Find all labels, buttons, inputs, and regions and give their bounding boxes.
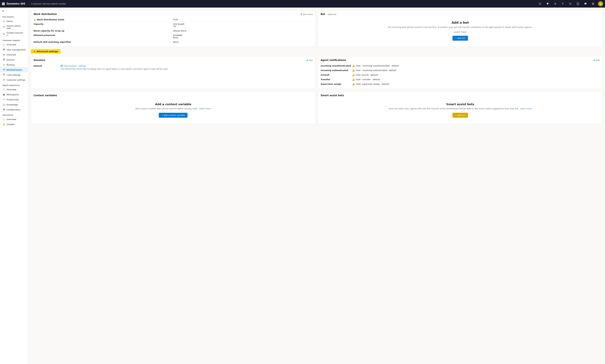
bot-title: Add a bot	[323, 21, 597, 25]
sidebar-item-insights[interactable]: 💡 Insights	[0, 122, 28, 127]
info-label-1: Capacity	[34, 23, 173, 25]
work-distribution-panel: Work distribution See more 🔒	[31, 10, 316, 47]
svg-point-32	[3, 109, 4, 109]
svg-point-16	[570, 3, 571, 4]
agent-notif-edit-link[interactable]: Edit	[593, 59, 600, 61]
context-variables-empty-desc: Add custom context that can be used to d…	[36, 107, 310, 110]
sidebar-item-overview-ae[interactable]: ○ Overview	[0, 87, 28, 92]
sidebar-toggle[interactable]: ≡	[0, 8, 28, 14]
notif-label-2: Consult	[321, 74, 352, 76]
sidebar-item-overview-cs[interactable]: ○ Overview	[0, 42, 28, 47]
sidebar-item-workspaces[interactable]: ▣ Workspaces	[0, 92, 28, 97]
sidebar-item-home-label: Home	[7, 20, 13, 22]
search-icon[interactable]	[538, 1, 543, 6]
notif-table: Incoming unauthenticated 🔔 Chat - incomi…	[321, 64, 600, 86]
sidebar-item-user-management[interactable]: User management	[0, 47, 28, 52]
sidebar-item-productivity[interactable]: Productivity	[0, 97, 28, 102]
notif-label-4: Supervisor assign	[321, 83, 352, 85]
lock-icon: 🔒	[34, 19, 36, 21]
lightbulb-icon[interactable]	[545, 1, 550, 6]
add-icon[interactable]	[553, 1, 558, 6]
sessions-content: Default Chat session - default This dete…	[34, 64, 313, 70]
notif-bell-3: 🔔	[352, 78, 355, 81]
notif-row-2: Consult 🔔 Chat consult - default	[321, 73, 600, 77]
advanced-settings-bar[interactable]: Advanced settings	[31, 49, 61, 53]
sidebar-item-home[interactable]: ⌂ Home	[0, 19, 28, 24]
sidebar-item-routing[interactable]: ⊙ Routing	[0, 62, 28, 67]
sidebar-item-insights-label: Insights	[7, 123, 15, 126]
overview-cs-icon: ○	[2, 43, 5, 46]
info-row-3: Allowed presences AvailableBusy	[34, 33, 313, 40]
sidebar-item-workstreams[interactable]: Workstreams	[0, 67, 28, 72]
bot-panel: Bot Optional Add a bot All incoming work…	[318, 10, 603, 47]
channels-icon: ◈	[2, 53, 5, 56]
sidebar-item-guided[interactable]: ⊕ Guided channel s...	[0, 31, 28, 38]
sidebar-item-knowledge[interactable]: 📖 Knowledge	[0, 102, 28, 107]
waffle-menu[interactable]	[2, 2, 5, 5]
context-learn-more-link[interactable]: Learn more	[199, 107, 211, 110]
smart-assist-empty-desc: Once you add a bot, agents who use the c…	[323, 107, 597, 110]
add-bot-button[interactable]: + Add bot	[452, 36, 468, 41]
sidebar-item-collaboration[interactable]: Collaboration	[0, 107, 28, 112]
svg-line-23	[4, 27, 5, 28]
sessions-chat-link[interactable]: Chat session - default	[61, 65, 313, 67]
emoji-icon[interactable]	[591, 1, 595, 6]
routing-icon: ⊙	[2, 63, 5, 66]
sidebar-item-case-label: Case settings	[7, 74, 20, 76]
notif-row-4: Supervisor assign 🔔 Chat- supervisor ass…	[321, 82, 600, 86]
sidebar-item-queues[interactable]: Queues	[0, 57, 28, 62]
info-value-0: Push	[173, 18, 313, 21]
work-distribution-title: Work distribution	[34, 13, 57, 16]
user-avatar[interactable]: A	[598, 1, 603, 6]
knowledge-icon: 📖	[2, 103, 5, 106]
panel-row-3: Context variables Add a context variable…	[31, 91, 603, 124]
app-title[interactable]: Customer Service admin center	[31, 2, 66, 5]
bot-center: Add a bot All incoming work will be rout…	[321, 17, 600, 44]
top-navigation: Dynamics 365 | Customer Service admin ce…	[0, 0, 605, 8]
sessions-edit-link[interactable]: Edit	[306, 59, 313, 61]
sidebar-item-channels[interactable]: ◈ Channels	[0, 52, 28, 57]
sidebar-item-search-label: Search admin sett...	[7, 25, 26, 29]
context-variables-empty: Add a context variable Add custom contex…	[34, 99, 313, 121]
user-mgmt-icon	[2, 48, 5, 51]
sidebar-section-agent-exp: Agent experience	[0, 82, 28, 87]
overview-op-icon: ○	[2, 118, 5, 121]
agent-notif-header: Agent notifications Edit	[321, 59, 600, 62]
sidebar-item-case-settings[interactable]: Case settings	[0, 72, 28, 77]
svg-rect-1	[3, 2, 4, 3]
brand-name: Dynamics 365	[7, 2, 25, 5]
bot-optional-label: Optional	[328, 13, 336, 15]
sidebar-item-queues-label: Queues	[7, 59, 14, 61]
bot-learn-more-link[interactable]: Learn more	[454, 31, 467, 33]
sessions-panel: Sessions Edit Default	[31, 56, 316, 89]
case-settings-icon	[2, 73, 5, 76]
notif-value-4: 🔔 Chat- supervisor assign - default	[352, 83, 600, 85]
sidebar-item-customer-settings[interactable]: ⚙ Customer settings	[0, 77, 28, 82]
sidebar: ≡ Get started ⌂ Home Search admin sett..…	[0, 8, 28, 364]
notif-value-0: 🔔 Chat - incoming unauthenticated - defa…	[352, 65, 600, 67]
notif-row-1: Incoming authenticated 🔔 Chat - incoming…	[321, 68, 600, 73]
help-icon[interactable]: ?	[575, 1, 580, 6]
svg-rect-26	[3, 59, 5, 60]
sidebar-item-search-admin[interactable]: Search admin sett...	[0, 24, 28, 31]
svg-line-10	[540, 4, 541, 5]
smart-assist-add-bot-button[interactable]: + Add bot	[452, 113, 468, 118]
sidebar-item-overview-op[interactable]: ○ Overview	[0, 117, 28, 122]
collaboration-icon	[2, 108, 5, 111]
svg-rect-27	[3, 60, 5, 60]
filter-icon[interactable]	[560, 1, 565, 6]
sessions-row: Default Chat session - default This dete…	[34, 65, 313, 70]
svg-point-35	[301, 13, 302, 14]
smart-assist-learn-more-link[interactable]: Learn more	[520, 107, 532, 110]
agent-notifications-panel: Agent notifications Edit Incoming unauth…	[318, 56, 603, 89]
chat-icon[interactable]	[583, 1, 588, 6]
sidebar-section-customer-support: Customer support	[0, 38, 28, 42]
sidebar-item-workspaces-label: Workspaces	[7, 93, 19, 96]
settings-icon[interactable]	[568, 1, 573, 6]
see-more-action[interactable]: See more	[300, 13, 313, 15]
sidebar-item-collaboration-label: Collaboration	[7, 108, 20, 111]
add-context-variable-button[interactable]: + Add context variable	[159, 113, 187, 118]
sidebar-item-productivity-label: Productivity	[7, 98, 19, 101]
sessions-desc: This determines which tabs to display wh…	[61, 68, 313, 70]
workspaces-icon: ▣	[2, 93, 5, 96]
